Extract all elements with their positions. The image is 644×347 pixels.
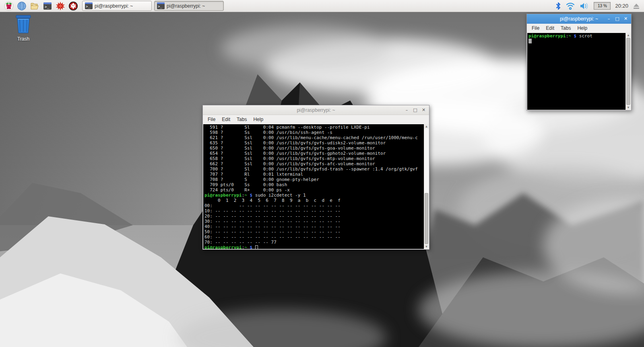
clock: 20:20 — [615, 3, 628, 9]
small-menubar: FileEditTabsHelp — [527, 24, 631, 33]
file-manager-button[interactable] — [28, 0, 41, 12]
system-tray: 13 % 20:20 — [555, 2, 640, 10]
minimize-button[interactable]: – — [403, 107, 410, 113]
menu-raspberry-icon — [4, 1, 14, 11]
small-scrollbar[interactable]: ▲ ▼ — [625, 33, 631, 110]
eject-icon[interactable] — [633, 2, 640, 10]
main-terminal-output: 591 ? Sl 0:04 pcmanfm --desktop --profil… — [203, 124, 429, 249]
wolfram-button[interactable] — [67, 0, 80, 12]
terminal-launcher-button[interactable]: >_ — [41, 0, 54, 12]
scroll-down-icon[interactable]: ▼ — [424, 244, 429, 249]
volume-icon[interactable] — [580, 2, 589, 10]
terminal-icon: >_ — [85, 2, 93, 9]
wifi-icon[interactable] — [566, 2, 575, 10]
mathematica-icon — [56, 1, 65, 11]
menu-file[interactable]: File — [528, 25, 543, 32]
trash-icon — [14, 14, 33, 34]
minimize-button[interactable]: – — [605, 16, 612, 22]
menu-help[interactable]: Help — [574, 25, 590, 32]
main-menubar: FileEditTabsHelp — [203, 115, 429, 124]
menu-file[interactable]: File — [204, 116, 219, 123]
desktop: Trash pi@raspberrypi: ~ – □ ✕ FileEditTa… — [0, 0, 644, 347]
svg-text:>_: >_ — [45, 5, 49, 9]
file-manager-icon — [30, 1, 39, 11]
menu-tabs[interactable]: Tabs — [557, 25, 574, 32]
terminal-icon: >_ — [157, 2, 165, 9]
menu-tabs[interactable]: Tabs — [233, 116, 250, 123]
web-browser-globe-icon — [17, 1, 27, 11]
scroll-up-icon[interactable]: ▲ — [626, 33, 631, 37]
taskbar: >_ >_ pi@raspberrypi: ~ >_ pi@raspberryp… — [0, 0, 644, 12]
main-titlebar[interactable]: pi@raspberrypi: ~ – □ ✕ — [203, 105, 429, 115]
taskbar-window-small[interactable]: >_ pi@raspberrypi: ~ — [154, 1, 224, 11]
trash-desktop-icon[interactable]: Trash — [10, 14, 37, 42]
menu-edit[interactable]: Edit — [543, 25, 557, 32]
close-button[interactable]: ✕ — [622, 16, 629, 22]
trash-label: Trash — [10, 36, 37, 42]
menu-edit[interactable]: Edit — [219, 116, 233, 123]
maximize-button[interactable]: □ — [614, 16, 621, 22]
taskbar-window-main[interactable]: >_ pi@raspberrypi: ~ — [82, 1, 152, 11]
maximize-button[interactable]: □ — [412, 107, 419, 113]
terminal-icon: >_ — [43, 1, 52, 11]
mathematica-button[interactable] — [54, 0, 67, 12]
wolfram-icon — [68, 1, 78, 11]
main-scrollbar[interactable]: ▲ ▼ — [424, 124, 429, 249]
small-terminal-screen[interactable]: pi@raspberrypi:~ $ scrot ▲ ▼ — [527, 33, 631, 110]
close-button[interactable]: ✕ — [420, 107, 427, 113]
terminal-window-main: pi@raspberrypi: ~ – □ ✕ FileEditTabsHelp… — [202, 105, 429, 250]
menu-button[interactable] — [2, 0, 15, 12]
small-titlebar[interactable]: pi@raspberrypi: ~ – □ ✕ — [527, 14, 631, 24]
small-terminal-output: pi@raspberrypi:~ $ scrot — [527, 33, 631, 110]
terminal-window-small: pi@raspberrypi: ~ – □ ✕ FileEditTabsHelp… — [526, 14, 632, 111]
web-browser-button[interactable] — [15, 0, 28, 12]
scroll-down-icon[interactable]: ▼ — [626, 105, 631, 110]
scroll-up-icon[interactable]: ▲ — [424, 124, 429, 129]
scrollbar-thumb[interactable] — [425, 193, 428, 244]
main-window-title: pi@raspberrypi: ~ — [203, 107, 429, 113]
cpu-monitor[interactable]: 13 % — [594, 2, 611, 10]
main-terminal-screen[interactable]: 591 ? Sl 0:04 pcmanfm --desktop --profil… — [203, 124, 429, 249]
scrollbar-thumb[interactable] — [626, 38, 630, 105]
menu-help[interactable]: Help — [250, 116, 266, 123]
bluetooth-icon[interactable] — [555, 2, 561, 10]
